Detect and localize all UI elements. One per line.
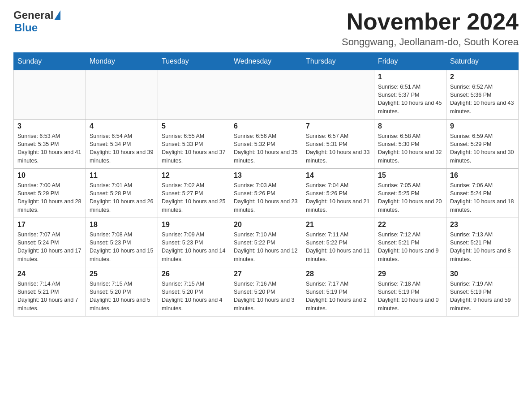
day-number: 9 xyxy=(450,122,515,130)
calendar-day xyxy=(230,70,302,120)
day-info: Sunrise: 6:53 AMSunset: 5:35 PMDaylight:… xyxy=(17,132,82,165)
day-info: Sunrise: 7:04 AMSunset: 5:26 PMDaylight:… xyxy=(306,181,370,214)
day-number: 24 xyxy=(17,270,82,278)
weekday-header-monday: Monday xyxy=(86,53,158,70)
calendar-day: 20Sunrise: 7:10 AMSunset: 5:22 PMDayligh… xyxy=(230,218,302,267)
logo: General Blue xyxy=(13,9,60,34)
calendar-day: 14Sunrise: 7:04 AMSunset: 5:26 PMDayligh… xyxy=(302,169,374,218)
day-info: Sunrise: 6:59 AMSunset: 5:29 PMDaylight:… xyxy=(450,132,515,165)
weekday-header-tuesday: Tuesday xyxy=(158,53,230,70)
day-info: Sunrise: 7:07 AMSunset: 5:24 PMDaylight:… xyxy=(17,231,82,263)
day-number: 23 xyxy=(450,221,515,229)
calendar-day: 29Sunrise: 7:18 AMSunset: 5:19 PMDayligh… xyxy=(374,267,446,317)
day-info: Sunrise: 7:17 AMSunset: 5:19 PMDaylight:… xyxy=(306,280,370,313)
day-number: 29 xyxy=(378,270,442,278)
day-info: Sunrise: 7:11 AMSunset: 5:22 PMDaylight:… xyxy=(306,231,370,263)
day-number: 18 xyxy=(90,221,154,229)
day-info: Sunrise: 6:52 AMSunset: 5:36 PMDaylight:… xyxy=(450,83,515,116)
main-title: November 2024 xyxy=(342,9,519,34)
day-info: Sunrise: 6:58 AMSunset: 5:30 PMDaylight:… xyxy=(378,132,442,165)
calendar-day: 3Sunrise: 6:53 AMSunset: 5:35 PMDaylight… xyxy=(14,120,86,169)
day-info: Sunrise: 7:05 AMSunset: 5:25 PMDaylight:… xyxy=(378,181,442,214)
calendar-day: 17Sunrise: 7:07 AMSunset: 5:24 PMDayligh… xyxy=(14,218,86,267)
calendar-week-3: 10Sunrise: 7:00 AMSunset: 5:29 PMDayligh… xyxy=(14,169,519,218)
day-number: 27 xyxy=(234,270,298,278)
calendar-day: 13Sunrise: 7:03 AMSunset: 5:26 PMDayligh… xyxy=(230,169,302,218)
calendar-day: 6Sunrise: 6:56 AMSunset: 5:32 PMDaylight… xyxy=(230,120,302,169)
calendar-day: 8Sunrise: 6:58 AMSunset: 5:30 PMDaylight… xyxy=(374,120,446,169)
subtitle: Songgwang, Jeollanam-do, South Korea xyxy=(342,36,519,48)
day-number: 3 xyxy=(17,122,82,130)
day-info: Sunrise: 7:01 AMSunset: 5:28 PMDaylight:… xyxy=(90,181,154,214)
day-number: 10 xyxy=(17,171,82,180)
page-header: General Blue November 2024 Songgwang, Je… xyxy=(13,9,519,48)
day-number: 22 xyxy=(378,221,442,229)
day-number: 15 xyxy=(378,171,442,180)
calendar-header-row: SundayMondayTuesdayWednesdayThursdayFrid… xyxy=(14,53,519,70)
day-number: 26 xyxy=(162,270,226,278)
day-info: Sunrise: 6:54 AMSunset: 5:34 PMDaylight:… xyxy=(90,132,154,165)
calendar-day: 26Sunrise: 7:15 AMSunset: 5:20 PMDayligh… xyxy=(158,267,230,317)
day-number: 2 xyxy=(450,73,515,81)
calendar-day: 21Sunrise: 7:11 AMSunset: 5:22 PMDayligh… xyxy=(302,218,374,267)
calendar-day: 23Sunrise: 7:13 AMSunset: 5:21 PMDayligh… xyxy=(446,218,519,267)
calendar-day: 19Sunrise: 7:09 AMSunset: 5:23 PMDayligh… xyxy=(158,218,230,267)
calendar-day: 16Sunrise: 7:06 AMSunset: 5:24 PMDayligh… xyxy=(446,169,519,218)
title-section: November 2024 Songgwang, Jeollanam-do, S… xyxy=(342,9,519,48)
day-number: 13 xyxy=(234,171,298,180)
day-info: Sunrise: 7:15 AMSunset: 5:20 PMDaylight:… xyxy=(90,280,154,313)
day-info: Sunrise: 7:12 AMSunset: 5:21 PMDaylight:… xyxy=(378,231,442,263)
day-number: 16 xyxy=(450,171,515,180)
day-number: 1 xyxy=(378,73,442,81)
calendar-body: 1Sunrise: 6:51 AMSunset: 5:37 PMDaylight… xyxy=(14,70,519,317)
calendar-day: 1Sunrise: 6:51 AMSunset: 5:37 PMDaylight… xyxy=(374,70,446,120)
calendar-day: 7Sunrise: 6:57 AMSunset: 5:31 PMDaylight… xyxy=(302,120,374,169)
calendar-day xyxy=(302,70,374,120)
day-number: 6 xyxy=(234,122,298,130)
day-info: Sunrise: 7:19 AMSunset: 5:19 PMDaylight:… xyxy=(450,280,515,313)
day-info: Sunrise: 7:09 AMSunset: 5:23 PMDaylight:… xyxy=(162,231,226,263)
day-info: Sunrise: 6:57 AMSunset: 5:31 PMDaylight:… xyxy=(306,132,370,165)
day-info: Sunrise: 7:18 AMSunset: 5:19 PMDaylight:… xyxy=(378,280,442,313)
day-info: Sunrise: 7:06 AMSunset: 5:24 PMDaylight:… xyxy=(450,181,515,214)
calendar-day: 12Sunrise: 7:02 AMSunset: 5:27 PMDayligh… xyxy=(158,169,230,218)
day-number: 20 xyxy=(234,221,298,229)
day-number: 19 xyxy=(162,221,226,229)
weekday-header-sunday: Sunday xyxy=(14,53,86,70)
day-info: Sunrise: 7:00 AMSunset: 5:29 PMDaylight:… xyxy=(17,181,82,214)
calendar-week-4: 17Sunrise: 7:07 AMSunset: 5:24 PMDayligh… xyxy=(14,218,519,267)
calendar-table: SundayMondayTuesdayWednesdayThursdayFrid… xyxy=(13,52,519,317)
logo-blue-text: Blue xyxy=(14,21,38,34)
day-number: 4 xyxy=(90,122,154,130)
calendar-day: 30Sunrise: 7:19 AMSunset: 5:19 PMDayligh… xyxy=(446,267,519,317)
day-info: Sunrise: 7:10 AMSunset: 5:22 PMDaylight:… xyxy=(234,231,298,263)
day-number: 11 xyxy=(90,171,154,180)
day-number: 8 xyxy=(378,122,442,130)
calendar-day: 28Sunrise: 7:17 AMSunset: 5:19 PMDayligh… xyxy=(302,267,374,317)
weekday-header-wednesday: Wednesday xyxy=(230,53,302,70)
day-number: 28 xyxy=(306,270,370,278)
calendar-week-1: 1Sunrise: 6:51 AMSunset: 5:37 PMDaylight… xyxy=(14,70,519,120)
day-number: 17 xyxy=(17,221,82,229)
calendar-day: 4Sunrise: 6:54 AMSunset: 5:34 PMDaylight… xyxy=(86,120,158,169)
weekday-header-saturday: Saturday xyxy=(446,53,519,70)
calendar-day: 10Sunrise: 7:00 AMSunset: 5:29 PMDayligh… xyxy=(14,169,86,218)
day-info: Sunrise: 7:03 AMSunset: 5:26 PMDaylight:… xyxy=(234,181,298,214)
weekday-header-friday: Friday xyxy=(374,53,446,70)
calendar-day xyxy=(86,70,158,120)
calendar-day xyxy=(14,70,86,120)
day-info: Sunrise: 6:51 AMSunset: 5:37 PMDaylight:… xyxy=(378,83,442,116)
day-info: Sunrise: 7:13 AMSunset: 5:21 PMDaylight:… xyxy=(450,231,515,263)
day-number: 14 xyxy=(306,171,370,180)
day-number: 5 xyxy=(162,122,226,130)
day-info: Sunrise: 6:56 AMSunset: 5:32 PMDaylight:… xyxy=(234,132,298,165)
day-info: Sunrise: 6:55 AMSunset: 5:33 PMDaylight:… xyxy=(162,132,226,165)
calendar-day: 22Sunrise: 7:12 AMSunset: 5:21 PMDayligh… xyxy=(374,218,446,267)
calendar-day: 9Sunrise: 6:59 AMSunset: 5:29 PMDaylight… xyxy=(446,120,519,169)
logo-triangle-icon xyxy=(54,10,60,20)
day-number: 7 xyxy=(306,122,370,130)
day-info: Sunrise: 7:15 AMSunset: 5:20 PMDaylight:… xyxy=(162,280,226,313)
calendar-day: 25Sunrise: 7:15 AMSunset: 5:20 PMDayligh… xyxy=(86,267,158,317)
calendar-day: 18Sunrise: 7:08 AMSunset: 5:23 PMDayligh… xyxy=(86,218,158,267)
calendar-week-2: 3Sunrise: 6:53 AMSunset: 5:35 PMDaylight… xyxy=(14,120,519,169)
